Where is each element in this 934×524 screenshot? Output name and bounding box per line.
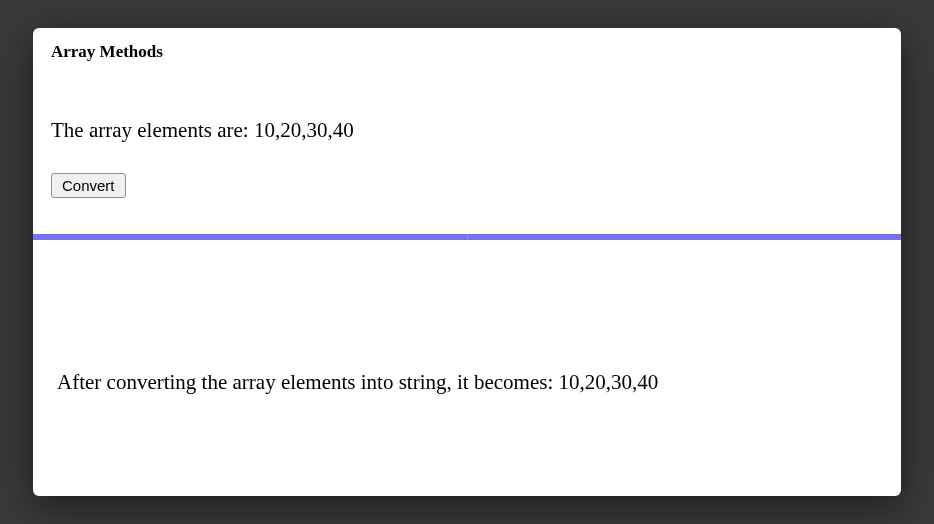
divider (33, 234, 901, 240)
result-text: After converting the array elements into… (51, 370, 883, 395)
array-elements-text: The array elements are: 10,20,30,40 (51, 118, 883, 143)
page-title: Array Methods (51, 42, 883, 62)
convert-button[interactable]: Convert (51, 173, 126, 198)
content-window: Array Methods The array elements are: 10… (33, 28, 901, 496)
